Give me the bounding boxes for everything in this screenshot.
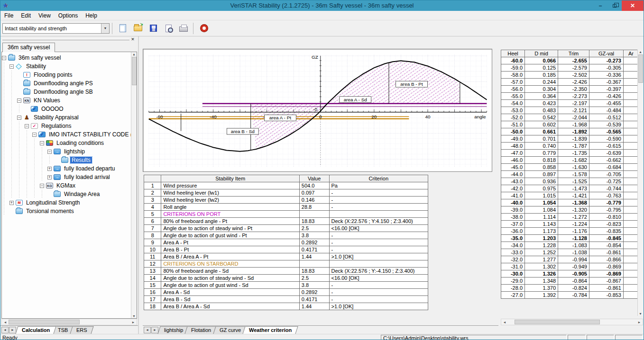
menu-options[interactable]: Options — [55, 11, 82, 20]
results-row[interactable]: 680% of freeboard angle - Pt18.83Deck (X… — [144, 218, 428, 225]
heel-row[interactable]: -49.00.701-1.839-0.590 — [501, 135, 639, 143]
tree-expander-icon[interactable]: + — [9, 201, 14, 205]
tree-item[interactable]: ✓OOOOO — [2, 105, 137, 113]
results-column-header[interactable]: Stability Item — [161, 175, 299, 182]
panel-grip[interactable]: ✕ — [0, 36, 138, 42]
heel-row[interactable]: -32.01.277-0.994-0.866 — [501, 256, 639, 263]
heel-row[interactable]: -40.01.054-1.368-0.779 — [501, 199, 639, 206]
heel-column-header[interactable]: Trim — [558, 50, 589, 57]
panel-close-icon[interactable]: ✕ — [129, 37, 136, 42]
heel-row[interactable]: -53.00.483-2.121-0.484 — [501, 107, 639, 114]
scroll-thumb[interactable] — [9, 320, 80, 324]
tree-item[interactable]: −Loading conditions — [2, 139, 137, 147]
tree-expander-icon[interactable]: − — [40, 184, 44, 188]
heel-row[interactable]: -52.00.542-2.044-0.512 — [501, 114, 639, 121]
heel-row[interactable]: -45.00.858-1.630-0.684 — [501, 164, 639, 171]
tab-flotation[interactable]: Flotation — [185, 326, 218, 334]
vessel-tab[interactable]: 36m safty vessel — [2, 43, 55, 52]
results-row[interactable]: 5CRITERIONS ON PORT — [144, 211, 428, 218]
results-row[interactable]: 16Area A - Sd0.2892- — [144, 289, 428, 296]
tree-item[interactable]: Windage Area — [2, 190, 137, 198]
scroll-thumb[interactable] — [515, 320, 600, 324]
minimize-button[interactable]: – — [593, 0, 607, 11]
tab-scroll-right-button[interactable]: ► — [9, 327, 16, 333]
heel-row[interactable]: -38.01.114-1.272-0.810 — [501, 214, 639, 221]
tree-item[interactable]: !Flooding points — [2, 71, 137, 79]
heel-column-header[interactable]: GZ-val — [589, 50, 624, 57]
print-button[interactable] — [176, 22, 191, 35]
tree-expander-icon[interactable]: − — [25, 124, 29, 128]
heel-row[interactable]: -43.00.936-1.525-0.725 — [501, 178, 639, 185]
heel-row[interactable]: -46.00.818-1.682-0.662 — [501, 157, 639, 164]
scroll-left-icon[interactable]: ◄ — [2, 321, 9, 324]
heel-row[interactable]: -34.01.228-1.083-0.854 — [501, 242, 639, 249]
menu-view[interactable]: View — [35, 11, 55, 20]
results-row[interactable]: 2Wind heeling lever (lw1)0.097- — [144, 189, 428, 197]
heel-row[interactable]: -42.00.975-1.473-0.744 — [501, 185, 639, 192]
scroll-left-icon[interactable]: ◄ — [501, 321, 508, 324]
results-row[interactable]: 7Angle due to action of steady wind - Pt… — [144, 225, 428, 232]
heel-row[interactable]: -28.01.370-0.824-0.861 — [501, 285, 639, 292]
results-row[interactable]: 17Area B - Sd0.4171- — [144, 296, 428, 303]
results-row[interactable]: 1380% of freeboard angle - Sd18.83Deck (… — [144, 268, 428, 275]
heel-row[interactable]: -58.00.185-2.502-0.336 — [501, 72, 639, 79]
tree-item[interactable]: −Stability — [2, 62, 137, 71]
heel-row[interactable]: -57.00.244-2.426-0.367 — [501, 79, 639, 86]
results-row[interactable]: 11Area B / Area A - Pt1.44>1.0 [OK] — [144, 253, 428, 260]
heel-row[interactable]: -56.00.304-2.350-0.397 — [501, 86, 639, 93]
heel-row[interactable]: -44.00.897-1.578-0.705 — [501, 171, 639, 178]
save-button[interactable] — [146, 22, 160, 35]
heel-row[interactable]: -55.00.364-2.273-0.426 — [501, 93, 639, 100]
results-row[interactable]: 8Angle due to action of gust wind - Pt3.… — [144, 232, 428, 239]
tree-expander-icon[interactable]: + — [47, 167, 52, 171]
tree-item[interactable]: Results — [2, 156, 137, 164]
veristar-help-button[interactable] — [197, 22, 211, 35]
results-column-header[interactable] — [144, 175, 161, 182]
heel-row[interactable]: -30.01.326-0.905-0.869 — [501, 270, 639, 277]
heel-row[interactable]: -51.00.602-1.968-0.539 — [501, 121, 639, 128]
results-row[interactable]: 14Angle due to action of steady wind - S… — [144, 275, 428, 282]
heel-row[interactable]: -29.01.348-0.864-0.867 — [501, 277, 639, 285]
results-column-header[interactable]: Value — [299, 175, 329, 182]
calculation-mode-select[interactable]: Intact stability and strength ▼ — [2, 23, 110, 34]
results-row[interactable]: 10Area B - Pt0.4171- — [144, 246, 428, 253]
heel-horizontal-scrollbar[interactable]: ◄ ► — [501, 319, 643, 325]
tree-vertical-scrollbar[interactable]: ▲ ▼ — [131, 52, 137, 318]
results-column-header[interactable]: Criterion — [329, 175, 428, 182]
restore-button[interactable] — [607, 0, 622, 11]
results-row[interactable]: 18Area B / Area A - Sd1.44>1.0 [OK] — [144, 303, 428, 310]
heel-row[interactable]: -27.01.392-0.784-0.853 — [501, 292, 639, 299]
heel-row[interactable]: -37.01.143-1.224-0.823 — [501, 221, 639, 228]
heel-row[interactable]: -59.00.125-2.579-0.305 — [501, 64, 639, 72]
tab-scroll-right-button[interactable]: ► — [151, 327, 158, 333]
menu-file[interactable]: File — [0, 11, 17, 20]
tree-item[interactable]: Downflooding angle SB — [2, 88, 137, 96]
heel-row[interactable]: -36.01.173-1.176-0.835 — [501, 228, 639, 235]
open-file-button[interactable] — [131, 22, 145, 35]
menu-help[interactable]: Help — [82, 11, 101, 20]
heel-column-header[interactable]: Heel — [501, 50, 525, 57]
tab-calculation[interactable]: Calculation — [15, 326, 56, 334]
scroll-down-icon[interactable]: ▼ — [132, 314, 136, 318]
tab-scroll-left-button[interactable]: ◄ — [1, 327, 9, 333]
heel-row[interactable]: -41.01.015-1.421-0.763 — [501, 192, 639, 199]
print-preview-button[interactable] — [161, 22, 175, 35]
scroll-down-icon[interactable]: ▼ — [639, 312, 642, 315]
heel-row[interactable]: -50.00.661-1.892-0.565 — [501, 128, 639, 135]
tree-item[interactable]: +→fully loaded arrival — [2, 173, 137, 181]
tree-expander-icon[interactable]: − — [40, 141, 44, 145]
results-row[interactable]: 12CRITERIONS ON STARBOARD — [144, 260, 428, 268]
heel-vertical-scrollbar[interactable]: ▲ ▼ — [637, 50, 643, 316]
tree-item[interactable]: −♟Stability Appraisal — [2, 113, 137, 122]
tree-expander-icon[interactable]: − — [2, 56, 6, 60]
heel-row[interactable]: -35.01.203-1.128-0.845 — [501, 235, 639, 242]
results-row[interactable]: 9Area A - Pt0.2892- — [144, 239, 428, 246]
close-button[interactable]: ✕ — [622, 0, 644, 11]
scroll-up-icon[interactable]: ▲ — [639, 50, 642, 54]
tree-item[interactable]: −36m safty vessel — [2, 54, 137, 62]
scroll-thumb[interactable] — [638, 54, 643, 83]
scroll-up-icon[interactable]: ▲ — [132, 53, 136, 56]
heel-row[interactable]: -48.00.740-1.787-0.615 — [501, 143, 639, 150]
tree-item[interactable]: −✓Regulations — [2, 122, 137, 130]
heel-column-header[interactable]: Ar — [624, 50, 639, 57]
